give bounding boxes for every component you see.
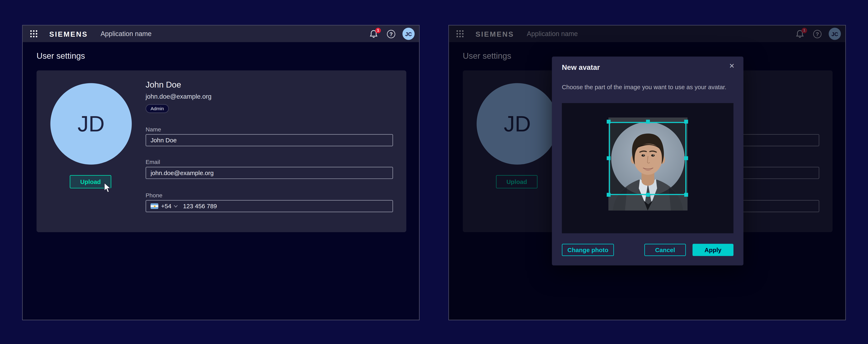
screenshot-stage: SIEMENS Application name 1 ? JC User set… [0,0,868,344]
app-header: SIEMENS Application name 1 ? JC [23,26,419,42]
new-avatar-dialog: New avatar ✕ Choose the part of the imag… [552,56,744,265]
crop-handle-bottom-left[interactable] [607,193,610,197]
siemens-logo: SIEMENS [49,30,88,38]
phone-input[interactable]: +54 123 456 789 [146,200,393,212]
crop-handle-middle-left[interactable] [607,156,610,160]
change-photo-button[interactable]: Change photo [562,244,614,256]
argentina-flag-icon [151,203,158,209]
close-icon[interactable]: ✕ [727,61,737,71]
cancel-button[interactable]: Cancel [644,244,686,256]
crop-handle-top-middle[interactable] [646,120,650,123]
profile-email-text: john.doe@example.org [146,93,211,100]
crop-handle-top-right[interactable] [684,120,688,123]
email-input[interactable] [146,167,393,179]
application-name: Application name [101,30,152,38]
help-button[interactable]: ? [387,30,395,38]
user-settings-window-dimmed: SIEMENS Application name 1 ? JC User set… [448,25,846,320]
crop-handle-bottom-middle[interactable] [646,193,650,197]
chevron-down-icon[interactable] [174,205,178,207]
profile-avatar: JD [51,83,132,165]
uploaded-photo[interactable] [608,117,687,210]
crop-handle-top-left[interactable] [607,120,610,123]
crop-handle-bottom-right[interactable] [684,193,688,197]
notification-count-badge: 1 [375,27,381,33]
apply-button[interactable]: Apply [692,244,734,256]
name-input[interactable] [146,134,393,146]
phone-field-label: Phone [146,192,162,198]
dialog-title: New avatar [562,63,600,71]
dial-code: +54 [161,203,172,209]
user-settings-window: SIEMENS Application name 1 ? JC User set… [22,25,420,320]
role-badge: Admin [146,104,169,113]
email-field-label: Email [146,159,160,165]
dialog-description: Choose the part of the image you want to… [562,83,728,91]
app-switcher-icon[interactable] [30,30,38,38]
profile-card: JD Upload John Doe john.doe@example.org … [37,70,406,232]
user-menu-avatar[interactable]: JC [403,28,415,40]
name-field-label: Name [146,126,161,133]
avatar-crop-canvas [562,103,734,233]
crop-selection[interactable] [609,122,686,195]
mouse-cursor [103,182,111,194]
phone-number-value: 123 456 789 [183,203,217,209]
crop-handle-middle-right[interactable] [684,156,688,160]
notifications-button[interactable]: 1 [369,29,379,38]
page-title: User settings [37,51,419,60]
profile-display-name: John Doe [146,80,181,89]
